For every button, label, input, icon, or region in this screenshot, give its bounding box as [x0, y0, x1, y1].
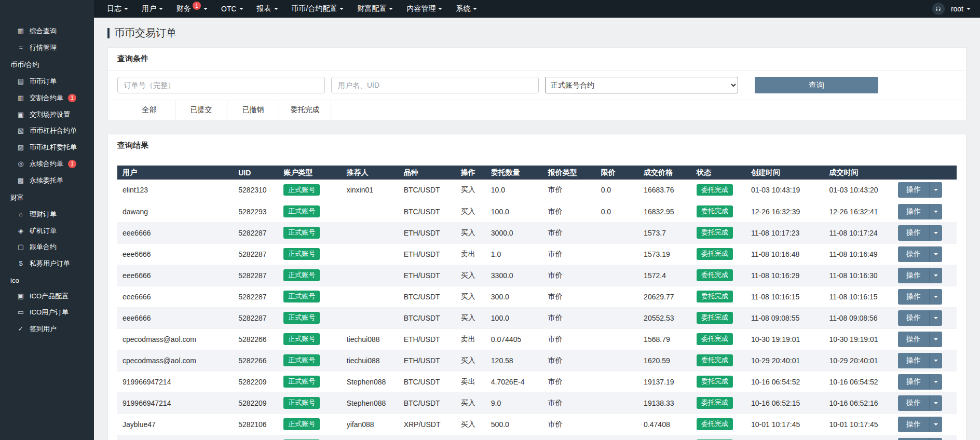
row-action-split-button: 操作 — [898, 332, 942, 347]
chevron-down-icon — [239, 8, 243, 10]
row-action-dropdown-button[interactable] — [929, 353, 942, 368]
account-type-badge: 正式账号 — [283, 354, 320, 366]
row-action-dropdown-button[interactable] — [929, 268, 942, 283]
sidebar-item[interactable]: $ 私募用户订单 — [0, 255, 94, 272]
sidebar-item[interactable]: ▧ 币币杠杆合约单 — [0, 122, 94, 139]
navbar-menu-item[interactable]: 财富配置 — [350, 0, 400, 18]
results-table: 用户 UID 账户类型 推荐人 品种 操作 委托数量 报价类型 限价 成交价格 … — [117, 166, 957, 440]
cell-pair: BTC/USDT — [399, 371, 456, 392]
filter-tab[interactable]: 已撤销 — [227, 100, 279, 120]
sidebar-item[interactable]: ✓ 签到用户 — [0, 321, 94, 337]
filter-tab[interactable]: 已提交 — [175, 100, 227, 120]
row-action-dropdown-button[interactable] — [929, 438, 942, 440]
cell-limit-price — [596, 222, 638, 243]
perpetual-contract-icon: ◎ — [17, 160, 25, 168]
row-action-dropdown-button[interactable] — [929, 204, 942, 219]
cell-side: 买入 — [456, 201, 486, 222]
row-action-button[interactable]: 操作 — [898, 417, 929, 432]
row-action-button[interactable]: 操作 — [898, 438, 929, 440]
row-action-button[interactable]: 操作 — [898, 182, 929, 198]
sidebar-item[interactable]: ▣ 交割场控设置 — [0, 106, 94, 123]
row-action-button[interactable]: 操作 — [898, 225, 929, 241]
cell-pair: ETH/USDT — [399, 265, 456, 286]
cell-referrer — [342, 243, 399, 265]
sidebar-item[interactable]: ▢ 跟单合约 — [0, 239, 94, 255]
cell-status: 委托完成 — [691, 350, 746, 371]
row-action-split-button: 操作 — [898, 246, 942, 262]
navbar-menu-item[interactable]: 系统 — [449, 0, 484, 18]
chevron-down-icon — [473, 8, 477, 10]
cell-referrer: tiechui088 — [342, 350, 399, 371]
username-uid-input[interactable] — [331, 77, 539, 93]
navbar-menu-item[interactable]: 币币/合约配置 — [285, 0, 351, 18]
sidebar-item[interactable]: ▨ 币币杠杆委托单 — [0, 139, 94, 156]
user-menu[interactable]: root — [951, 5, 971, 13]
navbar-menu-item[interactable]: 内容管理 — [400, 0, 449, 18]
row-action-button[interactable]: 操作 — [898, 395, 929, 411]
row-action-button[interactable]: 操作 — [898, 374, 929, 390]
row-action-dropdown-button[interactable] — [929, 417, 942, 432]
row-action-button[interactable]: 操作 — [898, 204, 929, 219]
sidebar-section-header: ico — [0, 273, 94, 288]
navbar-menu-item[interactable]: 用户 — [135, 0, 170, 18]
table-row: eee6666 5282287 正式账号 BTC/USDT 买入 300.0 市… — [117, 286, 957, 307]
row-action-button[interactable]: 操作 — [898, 246, 929, 262]
sidebar-item[interactable]: ▥ 交割合约单 1 — [0, 90, 94, 106]
sidebar: ▦ 综合查询 ≈ 行情管理 币币/合约 ▤ 币币订单 ▥ 交割合约单 1 ▣ 交… — [0, 0, 94, 440]
filter-tab[interactable]: 委托完成 — [279, 100, 331, 120]
sidebar-item[interactable]: ≈ 行情管理 — [0, 39, 94, 56]
row-action-dropdown-button[interactable] — [929, 332, 942, 347]
navbar-menu-item[interactable]: 日志 — [100, 0, 135, 18]
cell-created-time: 11-08 10:16:48 — [746, 243, 824, 265]
copy-trade-icon: ▢ — [17, 243, 25, 251]
sidebar-item[interactable]: ▣ ICO产品配置 — [0, 288, 94, 305]
search-button[interactable]: 查询 — [755, 77, 878, 93]
row-action-dropdown-button[interactable] — [929, 310, 942, 326]
sidebar-item[interactable]: ◎ 永续合约单 1 — [0, 156, 94, 172]
row-action-dropdown-button[interactable] — [929, 246, 942, 262]
account-type-badge: 正式账号 — [283, 333, 320, 345]
cell-deal-time: 11-08 10:17:24 — [824, 222, 893, 243]
row-action-dropdown-button[interactable] — [929, 395, 942, 411]
cell-referrer: laohu088 — [342, 435, 399, 440]
row-action-dropdown-button[interactable] — [929, 374, 942, 390]
cell-deal-time: 11-08 09:08:56 — [824, 307, 893, 328]
cell-price-type: 市价 — [543, 265, 596, 286]
account-type-badge: 正式账号 — [283, 184, 320, 196]
row-action-dropdown-button[interactable] — [929, 182, 942, 198]
sidebar-item[interactable]: ◈ 矿机订单 — [0, 223, 94, 239]
row-action-button[interactable]: 操作 — [898, 353, 929, 368]
row-action-button[interactable]: 操作 — [898, 289, 929, 305]
sidebar-item[interactable]: ▤ 币币订单 — [0, 73, 94, 90]
app-root: ▦ 综合查询 ≈ 行情管理 币币/合约 ▤ 币币订单 ▥ 交割合约单 1 ▣ 交… — [0, 0, 980, 440]
page-title: 币币交易订单 — [107, 26, 967, 40]
account-type-select[interactable]: 正式账号合约 — [545, 77, 738, 93]
order-number-input[interactable] — [117, 77, 325, 93]
row-action-button[interactable]: 操作 — [898, 310, 929, 326]
cell-amount: 3000.0 — [486, 222, 543, 243]
sidebar-item[interactable]: ▩ 永续委托单 — [0, 172, 94, 189]
table-row: elint123 5282310 正式账号 xinxin01 BTC/USDT … — [117, 180, 957, 201]
filter-tab[interactable]: 全部 — [124, 100, 175, 120]
sidebar-item[interactable]: ▭ ICO用户订单 — [0, 304, 94, 321]
cell-amount: 10.0 — [486, 180, 543, 201]
cell-amount: 0.074405 — [486, 328, 543, 350]
main-column: 日志 用户 财务 1 OTC 报表 币币/合约配置 财富配置 内容管理 — [94, 0, 980, 440]
chevron-down-icon — [934, 360, 938, 362]
cell-amount: 3300.0 — [486, 265, 543, 286]
navbar-menu-item[interactable]: 财务 1 — [170, 0, 214, 18]
row-action-button[interactable]: 操作 — [898, 268, 929, 283]
sidebar-item[interactable]: ⌂ 理财订单 — [0, 206, 94, 223]
sidebar-item[interactable]: ▦ 综合查询 — [0, 23, 94, 39]
row-action-dropdown-button[interactable] — [929, 289, 942, 305]
cell-status: 委托完成 — [691, 201, 746, 222]
support-button[interactable] — [932, 3, 945, 15]
row-action-button[interactable]: 操作 — [898, 332, 929, 347]
row-action-dropdown-button[interactable] — [929, 225, 942, 241]
cell-user: eee6666 — [117, 222, 233, 243]
cell-account-type: 正式账号 — [278, 180, 341, 201]
navbar-menu-item[interactable]: OTC — [214, 0, 250, 18]
navbar-menu-item[interactable]: 报表 — [250, 0, 285, 18]
row-action-split-button: 操作 — [898, 438, 942, 440]
cell-pair: BTC/USDT — [399, 307, 456, 328]
